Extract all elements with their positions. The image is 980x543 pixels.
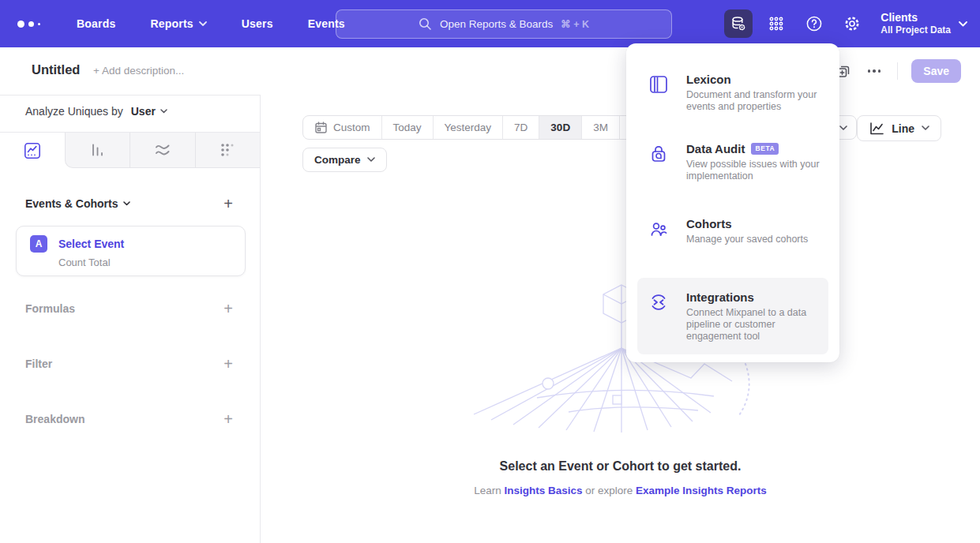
chart-type-dropdown[interactable]: Line: [857, 115, 941, 141]
top-nav: Boards Reports Users Events Open Reports…: [0, 0, 980, 47]
example-reports-link[interactable]: Example Insights Reports: [636, 485, 767, 496]
project-name: Clients: [880, 11, 951, 24]
project-labels: Clients All Project Data: [880, 11, 951, 36]
menu-item-text: Cohorts Manage your saved cohorts: [686, 216, 828, 245]
flow-tab-icon: [153, 140, 172, 159]
save-button[interactable]: Save: [911, 59, 961, 83]
date-range-label: 3M: [593, 122, 608, 133]
beta-badge: BETA: [751, 143, 779, 155]
menu-item-title: Cohorts: [686, 216, 732, 231]
global-search-input[interactable]: Open Reports & Boards ⌘ + K: [336, 9, 672, 39]
menu-item-description: Manage your saved cohorts: [686, 234, 828, 245]
events-cohorts-toggle[interactable]: Events & Cohorts: [25, 197, 130, 210]
compare-dropdown[interactable]: Compare: [302, 148, 387, 172]
data-management-menu: Lexicon Document and transform your even…: [626, 43, 839, 362]
date-range-7d[interactable]: 7D: [502, 116, 539, 139]
menu-item-title: Data Audit: [686, 141, 745, 156]
compare-label: Compare: [314, 154, 361, 166]
data-audit-lock-icon: [648, 144, 669, 164]
report-canvas: Custom Today Yesterday 7D 30D 3M 6M Line…: [261, 95, 980, 543]
chart-type-label: Line: [892, 122, 914, 135]
apps-grid-button[interactable]: [762, 9, 790, 38]
date-range-label: Yesterday: [445, 122, 492, 133]
add-breakdown-button[interactable]: +: [223, 411, 233, 427]
apps-grid-icon: [768, 15, 785, 32]
menu-item-text: Integrations Connect Mixpanel to a data …: [686, 290, 828, 343]
menu-item-text: Lexicon Document and transform your even…: [686, 72, 828, 113]
project-switcher[interactable]: Clients All Project Data: [880, 11, 967, 36]
analyze-uniques-selector[interactable]: Analyze Uniques by User: [25, 105, 167, 118]
query-builder-sidebar: Analyze Uniques by User: [0, 95, 261, 543]
chevron-down-icon: [839, 125, 847, 131]
date-range-yesterday[interactable]: Yesterday: [433, 116, 503, 139]
report-description-placeholder[interactable]: + Add description...: [93, 65, 184, 77]
lexicon-book-icon: [648, 74, 669, 95]
report-actions: Save: [835, 47, 961, 95]
primary-nav: Boards Reports Users Events: [77, 17, 345, 30]
report-title[interactable]: Untitled: [32, 62, 80, 77]
settings-button[interactable]: [838, 9, 866, 38]
menu-item-integrations[interactable]: Integrations Connect Mixpanel to a data …: [637, 278, 828, 354]
empty-state-heading: Select an Event or Cohort to get started…: [261, 459, 980, 474]
more-options-button[interactable]: [865, 66, 884, 76]
chevron-down-icon: [959, 21, 967, 27]
date-range-group: Custom Today Yesterday 7D 30D 3M 6M: [302, 115, 658, 140]
events-cohorts-header: Events & Cohorts +: [25, 193, 233, 215]
count-total-label[interactable]: Count Total: [58, 257, 111, 268]
date-range-label: 30D: [550, 122, 570, 133]
nav-item-boards[interactable]: Boards: [77, 17, 115, 30]
add-formula-button[interactable]: +: [223, 301, 233, 316]
menu-item-lexicon[interactable]: Lexicon Document and transform your even…: [637, 72, 828, 113]
help-button[interactable]: [800, 9, 828, 38]
search-icon: [419, 17, 432, 31]
tab-retention-grid[interactable]: [195, 133, 260, 167]
date-range-today[interactable]: Today: [381, 116, 433, 139]
date-range-3m[interactable]: 3M: [581, 116, 619, 139]
calendar-icon: [314, 121, 328, 134]
date-range-30d[interactable]: 30D: [539, 116, 581, 139]
menu-item-description: View possible issues with your implement…: [686, 159, 828, 182]
gear-icon: [843, 14, 862, 33]
tab-bar-chart[interactable]: [66, 133, 130, 167]
menu-item-description: Document and transform your events and p…: [686, 89, 828, 113]
formulas-row[interactable]: Formulas +: [25, 296, 233, 321]
menu-item-data-audit[interactable]: Data Audit BETA View possible issues wit…: [637, 141, 828, 182]
date-range-label: 7D: [514, 122, 528, 133]
menu-item-title: Integrations: [686, 290, 754, 305]
date-range-custom[interactable]: Custom: [303, 116, 381, 139]
chart-type-tabs: [0, 132, 260, 168]
chevron-down-icon: [922, 125, 929, 131]
insights-basics-link[interactable]: Insights Basics: [504, 485, 582, 496]
events-cohorts-label: Events & Cohorts: [25, 197, 118, 210]
filter-label: Filter: [25, 358, 52, 370]
bar-chart-tab-icon: [88, 140, 107, 159]
database-gear-icon: [729, 14, 748, 33]
line-chart-tab-icon: [23, 141, 42, 160]
date-range-label: Today: [393, 122, 422, 133]
tab-flow-chart[interactable]: [130, 133, 194, 167]
menu-item-cohorts[interactable]: Cohorts Manage your saved cohorts: [637, 216, 828, 245]
add-filter-button[interactable]: +: [223, 356, 233, 372]
mixpanel-logo[interactable]: [17, 21, 40, 28]
date-range-label: Custom: [333, 122, 370, 133]
select-event-label[interactable]: Select Event: [58, 238, 124, 250]
analyze-label: Analyze Uniques by: [25, 105, 123, 118]
chevron-down-icon: [199, 21, 207, 26]
data-management-button[interactable]: [724, 9, 753, 38]
analyze-value: User: [131, 105, 156, 118]
integrations-sync-icon: [648, 292, 669, 313]
help-icon: [805, 14, 824, 33]
line-chart-icon: [869, 122, 884, 136]
menu-item-description: Connect Mixpanel to a data pipeline or c…: [686, 307, 828, 343]
breakdown-row[interactable]: Breakdown +: [25, 406, 233, 432]
event-series-badge: A: [30, 235, 47, 253]
nav-item-users[interactable]: Users: [242, 17, 273, 30]
chart-type-tab-strip: [65, 133, 260, 168]
filter-row[interactable]: Filter +: [25, 351, 233, 376]
nav-item-reports[interactable]: Reports: [150, 17, 206, 30]
tab-insights-line[interactable]: [0, 133, 65, 168]
nav-right-cluster: Clients All Project Data: [724, 0, 967, 47]
event-selector-card[interactable]: A Select Event Count Total: [16, 226, 246, 276]
breakdown-label: Breakdown: [25, 413, 84, 425]
add-event-button[interactable]: +: [223, 196, 233, 212]
